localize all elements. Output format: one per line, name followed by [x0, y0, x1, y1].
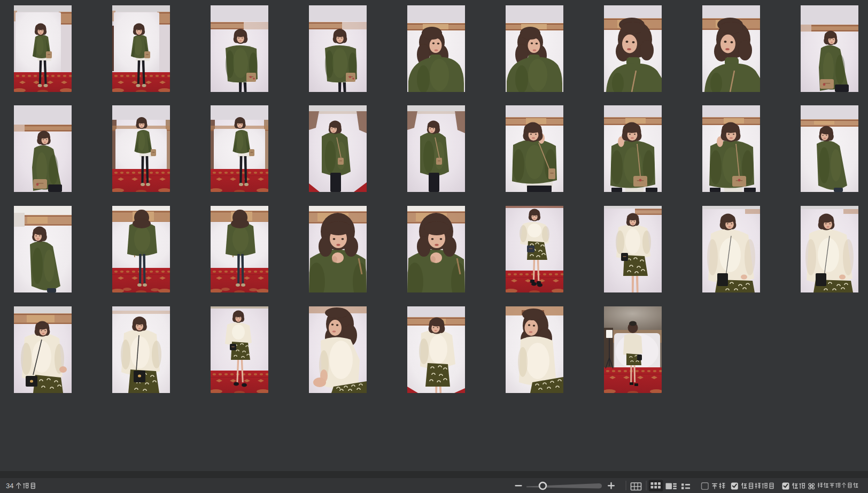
svg-text:34: 34 [6, 482, 13, 490]
